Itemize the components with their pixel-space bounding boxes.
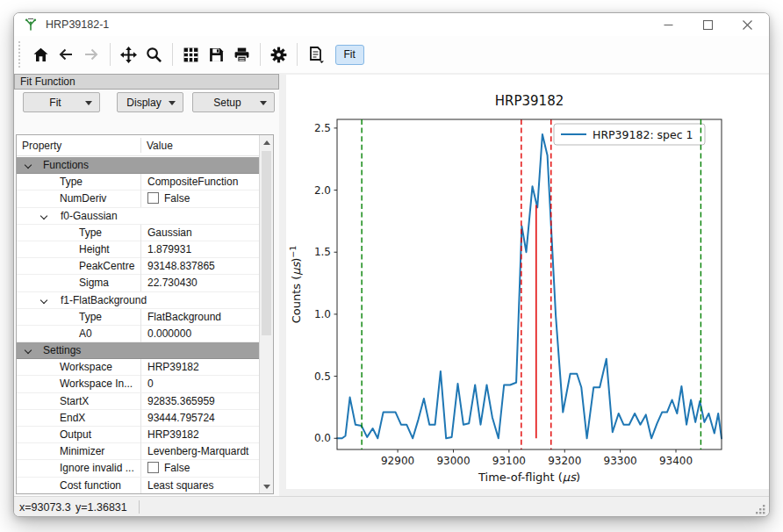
table-row[interactable]: NumDerivFalse bbox=[17, 191, 259, 207]
property-value[interactable]: 1.879931 bbox=[140, 241, 259, 258]
property-table: Property Value FunctionsTypeCompositeFun… bbox=[16, 134, 274, 494]
y-tick-label: 1.0 bbox=[314, 308, 331, 320]
table-row[interactable]: PeakCentre93148.837865 bbox=[17, 258, 259, 275]
property-value[interactable]: HRP39182 bbox=[140, 359, 259, 376]
property-label: Type bbox=[60, 174, 83, 191]
property-label: NumDeriv bbox=[60, 191, 106, 207]
scroll-down-button[interactable] bbox=[260, 479, 273, 493]
chevron-down-icon[interactable] bbox=[40, 212, 47, 219]
fit-menu-button[interactable]: Fit bbox=[23, 92, 100, 112]
zoom-button[interactable] bbox=[141, 42, 166, 67]
generate-script-button[interactable] bbox=[303, 42, 327, 67]
property-value[interactable]: 93444.795724 bbox=[140, 410, 259, 427]
y-tick-label: 1.5 bbox=[314, 246, 331, 258]
property-label: A0 bbox=[79, 326, 92, 342]
chevron-down-icon[interactable] bbox=[25, 162, 32, 169]
property-label: Ignore invalid ... bbox=[60, 460, 134, 477]
setup-menu-button[interactable]: Setup bbox=[192, 92, 275, 112]
home-icon bbox=[32, 47, 49, 63]
table-row[interactable]: Workspace In...0 bbox=[17, 376, 259, 392]
table-scrollbar[interactable] bbox=[259, 135, 273, 493]
checkbox[interactable] bbox=[147, 192, 159, 204]
dock-title[interactable]: Fit Function bbox=[14, 74, 279, 90]
column-divider[interactable] bbox=[140, 138, 141, 153]
grid-subplots-icon bbox=[183, 47, 199, 63]
table-row[interactable]: TypeGaussian bbox=[17, 225, 259, 241]
print-button[interactable] bbox=[229, 42, 254, 67]
display-menu-button[interactable]: Display bbox=[117, 92, 183, 112]
property-value[interactable]: Levenberg-Marquardt bbox=[140, 443, 259, 460]
table-row[interactable]: MinimizerLevenberg-Marquardt bbox=[17, 443, 259, 460]
pan-button[interactable] bbox=[116, 42, 140, 67]
triangle-down-icon bbox=[263, 485, 270, 492]
minimize-button[interactable] bbox=[649, 13, 688, 36]
property-value[interactable]: 93148.837865 bbox=[140, 258, 259, 275]
table-row[interactable]: TypeFlatBackground bbox=[17, 309, 259, 326]
table-row[interactable]: WorkspaceHRP39182 bbox=[17, 359, 259, 376]
resize-grip[interactable] bbox=[755, 504, 765, 514]
back-button[interactable] bbox=[54, 42, 78, 67]
group-label: Settings bbox=[43, 342, 81, 359]
close-button[interactable] bbox=[728, 13, 767, 36]
scroll-up-button[interactable] bbox=[260, 135, 273, 149]
table-group-row[interactable]: Settings bbox=[17, 342, 259, 359]
chevron-down-icon[interactable] bbox=[25, 347, 32, 354]
group-label: f0-Gaussian bbox=[61, 208, 118, 225]
table-row[interactable]: A00.000000 bbox=[17, 326, 259, 342]
plot-panel: 9290093000931009320093300934000.00.51.01… bbox=[279, 73, 770, 496]
property-value[interactable]: 92835.365959 bbox=[140, 393, 259, 410]
scrollbar-thumb[interactable] bbox=[262, 151, 271, 335]
property-value[interactable]: Least squares bbox=[140, 478, 259, 494]
property-label: Type bbox=[79, 225, 102, 241]
table-group-row[interactable]: f1-FlatBackground bbox=[17, 292, 259, 309]
table-group-row[interactable]: Functions bbox=[17, 157, 259, 174]
table-row[interactable]: Height1.879931 bbox=[17, 241, 259, 258]
toolbar-grip[interactable] bbox=[18, 41, 21, 68]
forward-button[interactable] bbox=[79, 42, 104, 67]
plot-canvas[interactable]: 9290093000931009320093300934000.00.51.01… bbox=[286, 75, 769, 489]
property-value[interactable]: 0.000000 bbox=[140, 326, 259, 342]
fit-property-window: HRP39182-1 bbox=[13, 12, 770, 517]
toolbar-separator bbox=[297, 43, 298, 66]
y-tick-label: 0.0 bbox=[314, 432, 331, 444]
table-row[interactable]: TypeCompositeFunction bbox=[17, 174, 259, 191]
table-row[interactable]: StartX92835.365959 bbox=[17, 393, 259, 410]
table-row[interactable]: OutputHRP39182 bbox=[17, 427, 259, 443]
property-label: Type bbox=[79, 309, 102, 326]
property-value[interactable]: 0 bbox=[140, 376, 259, 392]
group-label: Functions bbox=[43, 157, 89, 174]
property-value[interactable]: FlatBackground bbox=[140, 309, 259, 326]
property-label: Height bbox=[79, 241, 110, 258]
table-row[interactable]: Cost functionLeast squares bbox=[17, 478, 259, 494]
customize-button[interactable] bbox=[266, 42, 291, 67]
group-label: f1-FlatBackground bbox=[61, 292, 147, 309]
property-label: Minimizer bbox=[60, 443, 104, 460]
checkbox[interactable] bbox=[147, 462, 159, 473]
property-value[interactable]: CompositeFunction bbox=[140, 174, 259, 191]
plot-title: HRP39182 bbox=[495, 93, 564, 109]
property-value[interactable]: 22.730430 bbox=[140, 275, 259, 291]
figure-canvas[interactable]: 9290093000931009320093300934000.00.51.01… bbox=[286, 75, 769, 489]
property-value[interactable]: Gaussian bbox=[140, 225, 259, 241]
table-group-row[interactable]: f0-Gaussian bbox=[17, 208, 259, 225]
property-label: Cost function bbox=[60, 478, 121, 494]
grid-button[interactable] bbox=[178, 42, 203, 67]
save-button[interactable] bbox=[204, 42, 228, 67]
x-axis-label: Time-of-flight (µs) bbox=[478, 471, 580, 484]
property-value[interactable]: False bbox=[140, 191, 259, 207]
property-value[interactable]: HRP39182 bbox=[140, 427, 259, 443]
script-icon bbox=[306, 46, 325, 63]
forward-arrow-icon bbox=[83, 47, 100, 62]
home-button[interactable] bbox=[28, 42, 53, 67]
table-row[interactable]: Ignore invalid ...False bbox=[17, 460, 259, 477]
table-row[interactable]: EndX93444.795724 bbox=[17, 410, 259, 427]
property-value[interactable]: False bbox=[140, 460, 259, 477]
chevron-down-icon[interactable] bbox=[40, 296, 47, 303]
maximize-button[interactable] bbox=[688, 13, 728, 36]
printer-icon bbox=[233, 47, 250, 63]
status-separator bbox=[139, 500, 140, 514]
property-label: Workspace In... bbox=[60, 376, 133, 392]
table-row[interactable]: Sigma22.730430 bbox=[17, 275, 259, 291]
fit-toggle-button[interactable]: Fit bbox=[335, 45, 364, 65]
titlebar[interactable]: HRP39182-1 bbox=[14, 13, 769, 36]
